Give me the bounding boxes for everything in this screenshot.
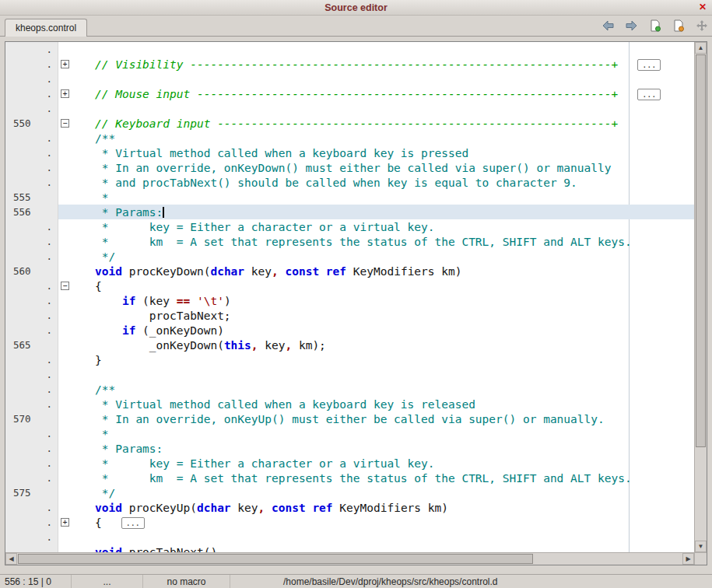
line-content[interactable]: if (key == '\t') [58, 293, 694, 308]
code-line[interactable]: . [5, 72, 694, 86]
gutter-dot[interactable]: . [5, 160, 58, 175]
line-content[interactable]: * km = A set that represents the status … [58, 471, 694, 485]
gutter-dot[interactable]: . [5, 367, 58, 382]
horizontal-scroll-track[interactable] [17, 553, 682, 565]
line-content[interactable]: * Virtual method called when a keyboard … [58, 145, 694, 160]
code-line[interactable]: . * and procTabNext() should be called w… [5, 175, 694, 190]
line-content[interactable]: * In an override, onKeyDown() must eithe… [58, 160, 694, 175]
vertical-scrollbar[interactable]: ▲ ▼ [694, 42, 707, 552]
code-line[interactable]: . * Virtual method called when a keyboar… [5, 397, 694, 411]
line-content[interactable]: * [58, 190, 694, 205]
line-content[interactable]: −{ [58, 278, 694, 293]
gutter-dot[interactable]: . [5, 515, 58, 530]
folded-region-ellipsis[interactable]: ... [637, 59, 661, 71]
fold-collapse-icon[interactable]: − [61, 119, 69, 128]
line-content[interactable] [58, 101, 694, 116]
code-line[interactable]: .void procKeyUp(dchar key, const ref Key… [5, 500, 694, 515]
code-line[interactable]: . * km = A set that represents the statu… [5, 234, 694, 249]
new-document-icon[interactable] [648, 19, 661, 32]
line-content[interactable]: */ [58, 485, 694, 500]
close-document-icon[interactable] [672, 19, 685, 32]
code-line[interactable]: 556 * Params: [5, 205, 694, 219]
code-line[interactable]: 555 * [5, 190, 694, 205]
fold-expand-icon[interactable]: + [61, 60, 69, 68]
detach-icon[interactable] [695, 19, 708, 32]
gutter-dot[interactable]: . [5, 249, 58, 264]
line-content[interactable] [58, 72, 694, 86]
code-line[interactable]: . if (key == '\t') [5, 293, 694, 308]
gutter-dot[interactable]: . [5, 131, 58, 145]
code-line[interactable]: . [5, 530, 694, 544]
code-area[interactable]: ..+// Visibility -----------------------… [5, 42, 694, 552]
forward-arrow-icon[interactable] [625, 19, 638, 32]
line-content[interactable]: _onKeyDown(this, key, km); [58, 338, 694, 352]
gutter-line-number[interactable]: 556 [5, 205, 58, 219]
gutter-dot[interactable]: . [5, 352, 58, 367]
line-content[interactable]: +// Mouse input ------------------------… [58, 86, 694, 101]
gutter-dot[interactable]: . [5, 426, 58, 441]
scroll-left-icon[interactable]: ◀ [5, 553, 17, 565]
gutter-dot[interactable]: . [5, 57, 58, 72]
line-content[interactable]: * Params: [58, 441, 694, 456]
line-content[interactable]: * In an override, onKeyUp() must either … [58, 411, 694, 426]
gutter-dot[interactable]: . [5, 397, 58, 411]
gutter-dot[interactable]: . [5, 293, 58, 308]
line-content[interactable]: +// Visibility -------------------------… [58, 57, 694, 72]
gutter-dot[interactable]: . [5, 456, 58, 471]
folded-region-ellipsis[interactable]: ... [637, 89, 661, 100]
line-content[interactable]: /** [58, 131, 694, 145]
code-line[interactable]: . * km = A set that represents the statu… [5, 471, 694, 485]
code-line[interactable]: . [5, 367, 694, 382]
gutter-dot[interactable]: . [5, 175, 58, 190]
code-line[interactable]: . * In an override, onKeyDown() must eit… [5, 160, 694, 175]
line-content[interactable]: * km = A set that represents the status … [58, 234, 694, 249]
gutter-dot[interactable]: . [5, 278, 58, 293]
gutter-dot[interactable]: . [5, 234, 58, 249]
code-line[interactable]: 560void procKeyDown(dchar key, const ref… [5, 264, 694, 278]
gutter-line-number[interactable]: 560 [5, 264, 58, 278]
line-content[interactable]: */ [58, 249, 694, 264]
gutter-dot[interactable]: . [5, 441, 58, 456]
gutter-dot[interactable]: . [5, 382, 58, 397]
code-line[interactable]: . * Params: [5, 441, 694, 456]
line-content[interactable]: * key = Either a character or a virtual … [58, 456, 694, 471]
code-line[interactable]: 575 */ [5, 485, 694, 500]
gutter-line-number[interactable]: 550 [5, 116, 58, 131]
gutter-dot[interactable]: . [5, 544, 58, 552]
gutter-dot[interactable]: . [5, 219, 58, 234]
code-line[interactable]: ./** [5, 382, 694, 397]
gutter-dot[interactable]: . [5, 72, 58, 86]
gutter-dot[interactable]: . [5, 500, 58, 515]
fold-collapse-icon[interactable]: − [61, 282, 69, 290]
line-content[interactable]: * Virtual method called when a keyboard … [58, 397, 694, 411]
gutter-line-number[interactable]: 555 [5, 190, 58, 205]
line-content[interactable]: +{... [58, 515, 694, 530]
code-line[interactable]: . * [5, 426, 694, 441]
code-line[interactable]: .+{... [5, 515, 694, 530]
gutter-dot[interactable]: . [5, 471, 58, 485]
scroll-down-icon[interactable]: ▼ [695, 541, 707, 552]
code-line[interactable]: . [5, 101, 694, 116]
tab-kheops-control[interactable]: kheops.control [5, 19, 87, 37]
vertical-scroll-thumb[interactable] [696, 54, 706, 447]
gutter-line-number[interactable]: 565 [5, 338, 58, 352]
line-content[interactable]: } [58, 352, 694, 367]
fold-expand-icon[interactable]: + [61, 518, 69, 527]
code-line[interactable]: . procTabNext; [5, 308, 694, 323]
line-content[interactable]: if (_onKeyDown) [58, 323, 694, 338]
code-line[interactable]: . [5, 42, 694, 57]
gutter-dot[interactable]: . [5, 86, 58, 101]
code-line[interactable]: . */ [5, 249, 694, 264]
scroll-up-icon[interactable]: ▲ [695, 42, 707, 54]
gutter-line-number[interactable]: 570 [5, 411, 58, 426]
line-content[interactable] [58, 530, 694, 544]
code-line[interactable]: 565 _onKeyDown(this, key, km); [5, 338, 694, 352]
folded-region-ellipsis[interactable]: ... [121, 517, 145, 529]
code-line[interactable]: . * Virtual method called when a keyboar… [5, 145, 694, 160]
horizontal-scroll-thumb[interactable] [18, 554, 533, 564]
code-line[interactable]: 570 * In an override, onKeyUp() must eit… [5, 411, 694, 426]
line-content[interactable]: void procTabNext() [58, 544, 694, 552]
line-content[interactable]: procTabNext; [58, 308, 694, 323]
scroll-right-icon[interactable]: ▶ [682, 553, 694, 565]
gutter-dot[interactable]: . [5, 530, 58, 544]
